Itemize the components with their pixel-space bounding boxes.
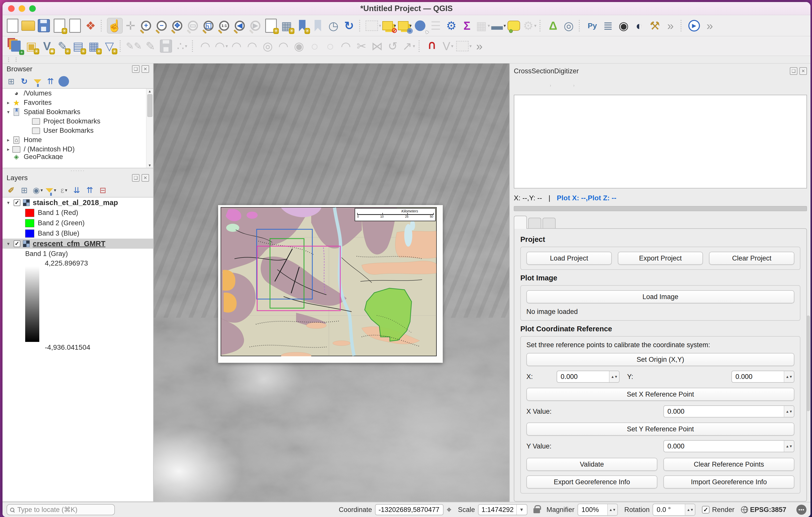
x-origin-spinbox[interactable]: 0.000▲▼ xyxy=(557,371,619,383)
close-panel-icon[interactable]: ✕ xyxy=(142,65,149,73)
scale-combobox[interactable]: 1:1474292▼ xyxy=(478,504,527,515)
add-part-icon[interactable]: ◠ xyxy=(276,38,291,54)
delete-part-icon[interactable]: ◌ xyxy=(323,38,338,54)
topological-editing-icon[interactable]: V▾ xyxy=(440,38,456,54)
python-console-icon[interactable]: Py xyxy=(585,18,600,33)
layer-styling-icon[interactable]: ✐ xyxy=(5,184,18,196)
fill-ring-icon[interactable]: ◉ xyxy=(292,38,307,54)
import-georeference-info-button[interactable]: Import Georeference Info xyxy=(663,476,794,489)
delete-ring-icon[interactable]: ◌ xyxy=(308,38,323,54)
toolbar-icon[interactable] xyxy=(579,20,583,31)
filter-legend-icon[interactable]: ▾ xyxy=(45,184,57,196)
toolbar-icon[interactable] xyxy=(359,20,363,31)
set-x-reference-button[interactable]: Set X Reference Point xyxy=(526,388,794,401)
csd-menu-item[interactable] xyxy=(514,85,522,87)
deselect-features-icon[interactable]: ▾ xyxy=(382,18,397,33)
expand-all-icon[interactable]: ⇊ xyxy=(71,184,83,196)
vertex-tool-icon[interactable]: ∴▾ xyxy=(175,38,190,54)
add-mesh-layer-icon[interactable]: ▦ xyxy=(87,38,102,54)
qgis-plugin-icon[interactable]: Δ xyxy=(546,18,561,33)
clear-project-button[interactable]: Clear Project xyxy=(709,252,794,265)
csd-menu-item[interactable] xyxy=(540,85,551,87)
export-georeference-info-button[interactable]: Export Georeference Info xyxy=(526,476,657,489)
expander-icon[interactable]: ▸ xyxy=(4,137,12,143)
remove-layer-icon[interactable]: ⊟ xyxy=(97,184,110,196)
metasearch-icon[interactable]: ◎ xyxy=(561,18,577,33)
globe-wireframe-icon[interactable]: ◉ xyxy=(616,18,631,33)
layer-checkbox[interactable]: ✓ xyxy=(13,240,20,247)
toolbar-icon[interactable] xyxy=(101,20,105,31)
expander-icon[interactable]: ▾ xyxy=(4,109,12,115)
actions-icon[interactable]: ⚙▾ xyxy=(522,18,537,33)
statistical-summary-icon[interactable]: Σ xyxy=(460,18,475,33)
browser-filter-icon[interactable] xyxy=(31,75,44,87)
zoom-to-selection-icon[interactable]: ▭ xyxy=(185,18,201,33)
processing-toolbox-icon[interactable]: ⚙ xyxy=(444,18,459,33)
render-checkbox[interactable]: ✓ xyxy=(702,506,709,514)
simplify-feature-icon[interactable]: ◠ xyxy=(245,38,260,54)
browser-item-macintosh-hd[interactable]: ▸ / (Macintosh HD) xyxy=(2,145,153,154)
browser-add-layer-icon[interactable]: ⊞ xyxy=(5,75,18,87)
toolbar-grip[interactable] xyxy=(8,57,10,62)
set-origin-button[interactable]: Set Origin (X,Y) xyxy=(526,353,794,366)
rotate-feature-icon[interactable]: ◠ xyxy=(229,38,244,54)
extents-toggle-icon[interactable]: ⌖ xyxy=(446,505,451,515)
csd-image-viewer[interactable] xyxy=(514,95,807,189)
collapse-all-icon[interactable]: ⇈ xyxy=(84,184,96,196)
band-red-row[interactable]: Band 1 (Red) xyxy=(2,208,153,218)
toolbar2-overflow-icon[interactable]: » xyxy=(472,38,487,54)
expander-icon[interactable]: ▾ xyxy=(4,241,12,247)
close-panel-icon[interactable]: ✕ xyxy=(800,67,807,75)
toolbar-icon[interactable] xyxy=(540,20,544,31)
merge-features-icon[interactable]: ⋈ xyxy=(370,38,385,54)
expander-icon[interactable]: ▸ xyxy=(4,146,12,152)
float-panel-icon[interactable]: ❏ xyxy=(132,174,140,182)
toolbar-overflow2-icon[interactable]: » xyxy=(702,18,718,33)
layer-checkbox[interactable]: ✓ xyxy=(13,199,20,206)
add-vector-tile-icon[interactable]: ▽ xyxy=(102,38,117,54)
pan-map-icon[interactable]: ☝ xyxy=(107,18,123,33)
panel-splitter[interactable]: ······ xyxy=(2,168,153,172)
browser-item-spatial-bookmarks[interactable]: ▾ Spatial Bookmarks xyxy=(2,107,153,117)
x-value-spinbox[interactable]: 0.000▲▼ xyxy=(663,405,794,418)
layer-label[interactable]: crescent_cfm_GMRT xyxy=(33,239,106,248)
layer-row-crescent[interactable]: ▾ ✓ crescent_cfm_GMRT xyxy=(2,238,153,249)
layer-label[interactable]: staisch_et_al_2018_map xyxy=(33,199,118,207)
split-features-icon[interactable]: ✂ xyxy=(354,38,370,54)
browser-collapse-all-icon[interactable]: ⇈ xyxy=(45,75,57,87)
zoom-next-icon[interactable]: ▶ xyxy=(248,18,263,33)
zoom-out-icon[interactable]: − xyxy=(154,18,170,33)
toggle-editing-icon[interactable]: ✎ xyxy=(143,38,158,54)
toolbar-grip[interactable] xyxy=(16,57,18,62)
toolbar-icon[interactable] xyxy=(120,40,124,52)
statistics-icon[interactable]: ☰ xyxy=(428,18,443,33)
browser-item-favorites[interactable]: ▸ Favorites xyxy=(2,98,153,107)
zoom-last-icon[interactable]: ◀ xyxy=(232,18,248,33)
attribute-table-icon[interactable]: ▦▾ xyxy=(475,18,490,33)
messages-icon[interactable]: ••• xyxy=(796,505,807,515)
show-layout-manager-icon[interactable] xyxy=(68,18,83,33)
add-vector-layer-icon[interactable]: V xyxy=(40,38,55,54)
plugin-robot-icon[interactable]: ≣ xyxy=(601,18,616,33)
data-source-manager-icon[interactable] xyxy=(8,38,24,54)
tracing-icon[interactable]: ▾ xyxy=(456,38,472,54)
float-panel-icon[interactable]: ❏ xyxy=(790,67,798,75)
add-delimited-text-icon[interactable]: ✎ xyxy=(55,38,70,54)
temporal-controller-icon[interactable]: ◷ xyxy=(326,18,341,33)
browser-item-volumes[interactable]: /Volumes xyxy=(2,89,153,98)
csd-tab[interactable] xyxy=(543,218,556,229)
magnifier-spinbox[interactable]: 100%▲▼ xyxy=(578,504,618,516)
style-manager-icon[interactable]: ❖ xyxy=(83,18,98,33)
show-bookmarks-icon[interactable] xyxy=(311,18,326,33)
export-project-button[interactable]: Export Project xyxy=(618,252,703,265)
current-edits-icon[interactable]: ✎✎ xyxy=(126,38,143,54)
close-panel-icon[interactable]: ✕ xyxy=(142,174,149,182)
measure-icon[interactable]: ▬▾ xyxy=(491,18,506,33)
vector-tools-icon[interactable]: ⚒ xyxy=(647,18,663,33)
validate-button[interactable]: Validate xyxy=(526,458,657,471)
add-raster-layer-icon[interactable]: ▣ xyxy=(24,38,39,54)
map-tips-icon[interactable] xyxy=(506,18,522,33)
y-value-spinbox[interactable]: 0.000▲▼ xyxy=(663,440,794,452)
save-project-icon[interactable] xyxy=(36,18,52,33)
scrollbar-thumb[interactable] xyxy=(147,94,152,117)
